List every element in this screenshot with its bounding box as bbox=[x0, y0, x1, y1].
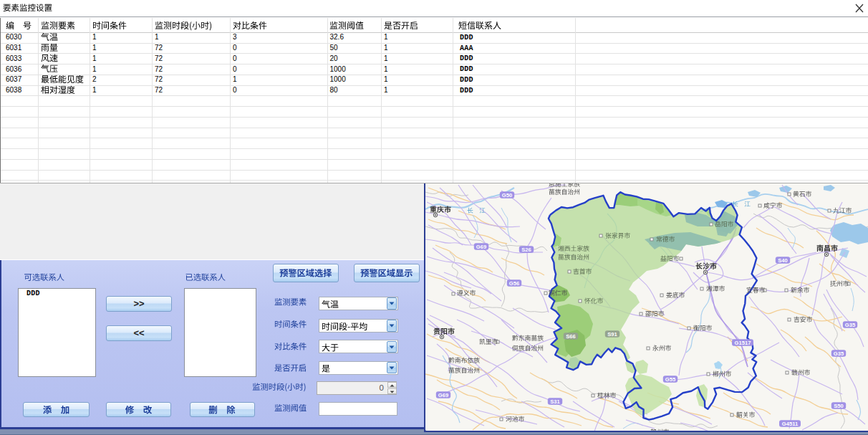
svg-text:G1517: G1517 bbox=[735, 340, 751, 346]
svg-text:G55: G55 bbox=[665, 376, 676, 383]
svg-text:G69: G69 bbox=[476, 244, 486, 250]
svg-text:S91: S91 bbox=[607, 331, 617, 338]
svg-text:G35: G35 bbox=[834, 350, 844, 357]
svg-text:S50: S50 bbox=[834, 403, 844, 409]
svg-text:S40: S40 bbox=[778, 257, 788, 264]
svg-text:G35: G35 bbox=[845, 322, 856, 328]
svg-text:G69: G69 bbox=[438, 392, 448, 398]
svg-text:S31: S31 bbox=[550, 398, 560, 405]
svg-text:G4511: G4511 bbox=[782, 421, 799, 427]
svg-text:S26: S26 bbox=[521, 247, 531, 253]
svg-text:S66: S66 bbox=[566, 333, 576, 340]
svg-text:G50: G50 bbox=[502, 192, 512, 199]
svg-text:G56: G56 bbox=[509, 280, 519, 287]
